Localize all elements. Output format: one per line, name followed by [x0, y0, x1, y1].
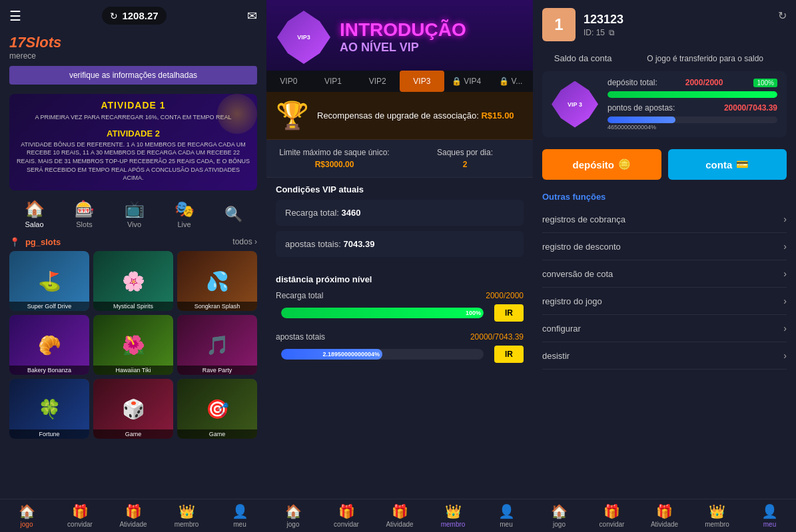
bottom-nav-meu[interactable]: 👤 meu	[220, 503, 260, 528]
brand-name: 17Slots	[9, 34, 257, 51]
deposito-bar-bg	[607, 91, 777, 98]
funcao-configurar[interactable]: configurar ›	[542, 315, 787, 342]
mid-bottom-convidar[interactable]: 🎁 convidar	[326, 503, 366, 528]
right-bottom-convidar[interactable]: 🎁 convidar	[592, 503, 632, 528]
vip-info-section: VIP 3 depósito total: 2000/2000 100% pon…	[542, 71, 787, 137]
apostas-totais-item: apostas totais: 7043.39	[276, 231, 524, 257]
refresh-balance-icon[interactable]: ↻	[778, 9, 787, 22]
right-bottom-jogo[interactable]: 🏠 jogo	[540, 503, 580, 528]
vip-tab-2[interactable]: VIP2	[355, 71, 400, 92]
vip-tab-1[interactable]: VIP1	[311, 71, 356, 92]
game-card-rave[interactable]: 🎵 Rave Party	[177, 315, 257, 375]
apostas-totais-value: 7043.39	[343, 239, 374, 249]
right-bottom-membro[interactable]: 👑 membro	[697, 503, 737, 528]
balance-box: ↻ 1208.27	[102, 7, 166, 25]
dist-apostas-item: apostas totais 20000/7043.39 2.189500000…	[276, 332, 524, 363]
mid-convidar-icon: 🎁	[338, 503, 355, 519]
dist-recarga-value: 2000/2000	[486, 291, 524, 300]
game-label: Bakery Bonanza	[9, 366, 89, 375]
user-avatar: 1	[542, 8, 576, 41]
mid-bottom-atividade[interactable]: 🎁 Atividade	[380, 503, 420, 528]
vip-tab-3[interactable]: VIP3	[400, 71, 444, 92]
bottom-nav-membro[interactable]: 👑 membro	[167, 503, 206, 528]
games-grid: ⛳ Super Golf Drive 🌸 Mystical Spirits 💦 …	[0, 251, 266, 439]
dist-recarga-item: Recarga total 2000/2000 100% IR	[276, 291, 524, 322]
balance-label: Saldo da conta	[542, 53, 623, 63]
game-card-mystical[interactable]: 🌸 Mystical Spirits	[93, 251, 173, 311]
ir-btn-apostas[interactable]: IR	[494, 346, 524, 363]
vip-content-scroll[interactable]: 🏆 Recompensas de upgrade de associação: …	[266, 92, 533, 499]
search-icon[interactable]: 🔍	[224, 206, 242, 223]
copy-icon[interactable]: ⧉	[609, 28, 615, 37]
vivo-icon: 📺	[125, 200, 145, 218]
funcao-registros-cobranca[interactable]: registros de cobrança ›	[542, 206, 787, 233]
balance-section: Saldo da conta O jogo é transferido para…	[533, 49, 796, 67]
vip-main-title: INTRODUÇÃO	[340, 20, 522, 41]
game-label: Game	[93, 429, 173, 439]
mid-bottom-membro[interactable]: 👑 membro	[433, 503, 473, 528]
arrow-icon: ›	[783, 268, 787, 279]
atividade2-title: ATIVIDADE 2	[107, 129, 160, 138]
game-card-8[interactable]: 🎲 Game	[93, 379, 173, 439]
membro-icon: 👑	[179, 503, 195, 519]
bottom-nav-jogo[interactable]: 🏠 jogo	[7, 503, 47, 528]
game-card-9[interactable]: 🎯 Game	[177, 379, 257, 439]
apostas-progress-fill: 2.18950000000004%	[281, 349, 382, 360]
game-card-bakery[interactable]: 🥐 Bakery Bonanza	[9, 315, 89, 375]
game-label: Songkran Splash	[177, 302, 257, 311]
right-bottom-atividade[interactable]: 🎁 Atividade	[645, 503, 685, 528]
refresh-icon[interactable]: ↻	[110, 11, 118, 21]
verify-button[interactable]: verifique as informações detalhadas	[9, 66, 257, 85]
game-card-hawaiian[interactable]: 🌺 Hawaiian Tiki	[93, 315, 173, 375]
atividade-icon: 🎁	[125, 503, 142, 519]
bottom-nav-atividade[interactable]: 🎁 Atividade	[113, 503, 153, 528]
outras-funcoes: Outras funções registros de cobrança › r…	[533, 188, 796, 371]
ir-btn-recarga[interactable]: IR	[494, 304, 524, 322]
vip-header: VIP3 INTRODUÇÃO AO NÍVEL VIP	[266, 0, 533, 71]
deposito-button[interactable]: depósito 🪙	[542, 149, 661, 180]
tab-live[interactable]: 🎭 Live	[175, 200, 195, 228]
outras-funcoes-title: Outras funções	[542, 192, 787, 202]
hamburger-icon[interactable]: ☰	[9, 8, 21, 24]
game-card-super-golf[interactable]: ⛳ Super Golf Drive	[9, 251, 89, 311]
funcao-desistir[interactable]: desistir ›	[542, 342, 787, 370]
funcao-conversao-cota[interactable]: conversão de cota ›	[542, 260, 787, 288]
tab-slots[interactable]: 🎰 Slots	[75, 200, 95, 228]
r-convidar-icon: 🎁	[603, 503, 620, 519]
deposito-bar-fill	[607, 91, 777, 98]
distance-section: distância próximo nível Recarga total 20…	[266, 269, 533, 379]
promo-text1: A PRIMEIRA VEZ PARA RECARREGAR 16%, CONT…	[27, 111, 239, 125]
vip-tab-4[interactable]: 🔒 VIP4	[444, 71, 489, 92]
vip-tab-more[interactable]: 🔒 V...	[488, 71, 533, 92]
dist-apostas-value: 20000/7043.39	[470, 332, 524, 342]
funcao-registro-jogo[interactable]: registro do jogo ›	[542, 288, 787, 315]
mid-membro-icon: 👑	[445, 503, 462, 519]
vip3-badge: VIP 3	[552, 81, 598, 128]
game-card-songkran[interactable]: 💦 Songkran Splash	[177, 251, 257, 311]
mid-meu-icon: 👤	[498, 503, 515, 519]
brand: 17Slots merece	[0, 31, 266, 62]
funcao-registro-desconto[interactable]: registro de desconto ›	[542, 233, 787, 260]
mid-bottom-meu[interactable]: 👤 meu	[486, 503, 526, 528]
tab-salao[interactable]: 🏠 Salao	[25, 200, 45, 228]
promo-banner: ATIVIDADE 1 A PRIMEIRA VEZ PARA RECARREG…	[9, 94, 257, 190]
right-bottom-meu[interactable]: 👤 meu	[750, 503, 790, 528]
tab-vivo[interactable]: 📺 Vivo	[125, 200, 145, 228]
reward-amount: R$15.00	[481, 111, 514, 121]
vip-tab-0[interactable]: VIP0	[266, 71, 311, 92]
r-membro-icon: 👑	[709, 503, 725, 519]
mail-icon[interactable]: ✉	[247, 9, 257, 23]
conta-button[interactable]: conta 💳	[668, 149, 787, 180]
meu-icon: 👤	[232, 503, 248, 519]
arrow-icon: ›	[783, 214, 787, 224]
mid-atividade-icon: 🎁	[392, 503, 408, 519]
conditions-title: Condições VIP atuais	[276, 184, 524, 194]
bottom-nav-convidar[interactable]: 🎁 convidar	[60, 503, 100, 528]
promo-text2: ATIVIDADE BÔNUS DE REFERENTE. 1 A 10 MEM…	[9, 138, 257, 184]
right-bottom-nav: 🏠 jogo 🎁 convidar 🎁 Atividade 👑 membro 👤…	[533, 499, 796, 532]
game-card-7[interactable]: 🍀 Fortune	[9, 379, 89, 439]
vip3-stats: depósito total: 2000/2000 100% pontos de…	[607, 78, 777, 131]
todos-link[interactable]: todos	[232, 237, 257, 246]
mid-bottom-jogo[interactable]: 🏠 jogo	[273, 503, 313, 528]
section-header: 📍 pg_slots todos	[0, 232, 266, 251]
